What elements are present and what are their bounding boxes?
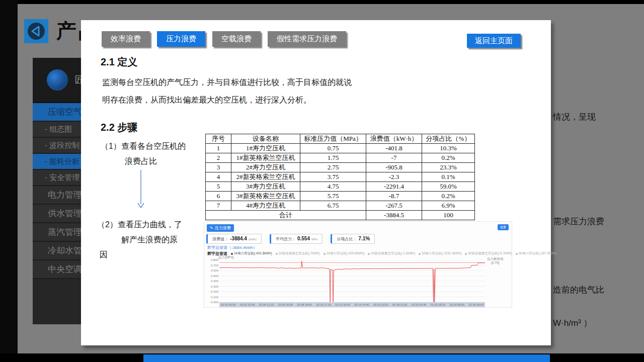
pressure-waste-tag[interactable]: ✎ 压力浪费 [207, 224, 234, 232]
table-cell: 2 [206, 153, 231, 163]
y-tick-label: 0.000 [205, 301, 218, 304]
tab-压力浪费[interactable]: 压力浪费 [157, 31, 205, 47]
table-cell: -8.7 [366, 192, 422, 201]
pipeline-link[interactable]: 辉宇总管道（-3884.4kWh） [207, 245, 257, 250]
table-header-cell: 序号 [206, 134, 231, 144]
table-header-cell: 分项占比（%） [422, 134, 475, 144]
background-text-fragment: 情况，呈现 [553, 111, 596, 123]
table-header-cell: 设备名称 [231, 134, 300, 144]
legend-dot-icon [516, 253, 518, 255]
table-cell: -401.8 [366, 144, 422, 153]
table-row: 74#寿力空压机6.75-267.56.9% [206, 201, 475, 211]
step-2-line3: 因 [97, 247, 182, 262]
legend-item[interactable]: 2#新英格索兰空压机(-2.3kWh) [368, 251, 415, 256]
table-row: 32#寿力空压机2.75-905.823.3% [206, 163, 475, 172]
screen: 产品 匠 压缩空气- 组态图- 波段控制- 能耗分析- 安全管理电力管理供水管理… [0, 0, 644, 362]
x-tick-label: 02-16 13:20 [373, 303, 388, 306]
legend-item[interactable]: 3#寿力空压机(-2291.4kWh) [419, 251, 461, 256]
legend-dot-icon [465, 253, 467, 255]
stat-label: 分项占比： [337, 236, 357, 242]
pressure-waste-screenshot: ✎ 压力浪费 设置 浪费值：-3884.4(kWh)平均压力：0.554MPa分… [204, 221, 512, 308]
table-row: 11#寿力空压机0.75-401.810.3% [206, 144, 475, 153]
tab-假性需求压力浪费[interactable]: 假性需求压力浪费 [268, 31, 346, 47]
tag-label: 压力浪费 [215, 225, 231, 231]
legend-item-label: 2#寿力空压机(-905.8kWh) [327, 251, 365, 256]
chart-legend: 辉宇总管道1#寿力空压机(-401.8kWh)1#新英格索兰空压机(-7kWh)… [207, 251, 556, 256]
bottom-blue-bar [143, 354, 550, 362]
table-cell: 3 [206, 163, 231, 172]
pressure-line-series [219, 261, 485, 302]
table-total-value: -3884.5 [366, 211, 422, 220]
legend-item-label: 3#寿力空压机(-2291.4kWh) [422, 251, 461, 256]
x-tick-label: 02-14 14:40 [354, 303, 369, 306]
y-tick-label: 0.100 [205, 296, 218, 299]
settings-button[interactable]: 设置 [498, 224, 509, 230]
x-tick-label: 02-24 08:00 [450, 303, 464, 306]
step-1: （1）查看各台空压机的 浪费占比 [101, 139, 186, 169]
tab-效率浪费[interactable]: 效率浪费 [102, 31, 150, 47]
table-header-cell: 浪费值（kW·h） [366, 134, 422, 144]
legend-dot-icon [324, 253, 326, 255]
y-axis-label: 压力(MPa) [218, 255, 234, 260]
table-cell: 2#寿力空压机 [231, 163, 300, 172]
table-row: 53#寿力空压机4.75-2291.459.0% [206, 182, 475, 192]
x-tick-label: 02-12 16:00 [335, 303, 350, 306]
table-cell: 3.75 [300, 172, 366, 182]
definition-line2: 明存在浪费，从而找出偏差最大的空压机，进行深入分析。 [102, 91, 374, 109]
step-2: （2）查看压力曲线，了 解产生浪费的原 因 [97, 217, 182, 262]
table-cell: 4#寿力空压机 [231, 201, 300, 211]
x-tick-label: 02-10 17:20 [316, 303, 331, 306]
background-text-fragment: 需求压力浪费 [553, 216, 604, 227]
table-cell: 3#寿力空压机 [231, 182, 300, 192]
x-tick-label: 02-20 10:40 [412, 303, 426, 306]
table-cell: -2.3 [366, 172, 422, 182]
down-arrow-icon [137, 170, 144, 210]
y-tick-label: 0.600 [205, 269, 218, 272]
x-axis-scrollbar[interactable]: 02-01 00:0002-02 22:4002-04 21:2002-06 2… [219, 302, 485, 307]
section-heading-definition: 2.1 定义 [101, 55, 137, 69]
legend-dot-icon [368, 253, 370, 255]
legend-dot-icon [419, 253, 421, 255]
table-cell: 1#寿力空压机 [231, 144, 300, 153]
x-tick-label: 02-18 12:00 [392, 303, 407, 306]
stat-label: 浪费值： [212, 236, 228, 242]
return-home-button[interactable]: 返回主页面 [467, 34, 521, 48]
stat-value: 7.1% [358, 236, 370, 241]
table-cell: 10.3% [422, 144, 475, 153]
legend-item[interactable]: 1#寿力空压机(-401.8kWh) [231, 251, 272, 256]
table-cell: -7 [366, 153, 422, 163]
stat-chip: 平均压力：0.554MPa [270, 234, 323, 244]
x-tick-label: 02-08 18:40 [297, 303, 312, 306]
table-cell: 6 [206, 192, 231, 201]
table-cell: 4.75 [300, 182, 366, 192]
table-cell: 6.75 [300, 201, 366, 211]
table-row: 21#新英格索兰空压机1.75-70.2% [206, 153, 475, 163]
table-header-cell: 标准压力值（MPa） [300, 134, 366, 144]
y-tick-label: 0.500 [205, 275, 218, 278]
table-cell: 4 [206, 172, 231, 182]
table-cell: -905.8 [366, 163, 422, 172]
back-circle-icon[interactable] [24, 19, 48, 43]
table-cell: 0.2% [422, 153, 475, 163]
legend-item[interactable]: 4#寿力空压机(-267.5kWh) [516, 251, 557, 256]
table-cell: -267.5 [366, 201, 422, 211]
table-total-row: 合计-3884.5100 [206, 211, 475, 220]
legend-item[interactable]: 1#新英格索兰空压机(-7kWh) [276, 251, 320, 256]
legend-item-label: 1#寿力空压机(-401.8kWh) [234, 251, 272, 256]
table-cell: 0.75 [300, 144, 366, 153]
edit-icon: ✎ [210, 226, 213, 230]
y-tick-label: 0.300 [205, 285, 218, 288]
legend-item[interactable]: 2#寿力空压机(-905.8kWh) [324, 251, 365, 256]
stat-value: 0.554 [297, 236, 310, 241]
stat-unit: (kWh) [249, 238, 257, 241]
table-cell: -2291.4 [366, 182, 422, 192]
definition-body: 监测每台空压机的产气压力，并与目标值进行比较，高于目标值的就说 明存在浪费，从而… [102, 73, 374, 109]
waste-type-tabs: 效率浪费压力浪费空载浪费假性需求压力浪费 [102, 31, 346, 47]
tab-空载浪费[interactable]: 空载浪费 [212, 31, 261, 47]
table-cell: 3#新英格索兰空压机 [231, 192, 300, 201]
x-tick-label: 02-26 06:40 [469, 303, 484, 306]
x-tick-label: 02-02 22:40 [240, 303, 255, 306]
table-cell: 2.75 [300, 163, 366, 172]
stat-chips: 浪费值：-3884.4(kWh)平均压力：0.554MPa分项占比：7.1% [206, 234, 375, 244]
legend-item[interactable]: 3#新英格索兰空压机(-8.7kWh) [465, 251, 512, 256]
